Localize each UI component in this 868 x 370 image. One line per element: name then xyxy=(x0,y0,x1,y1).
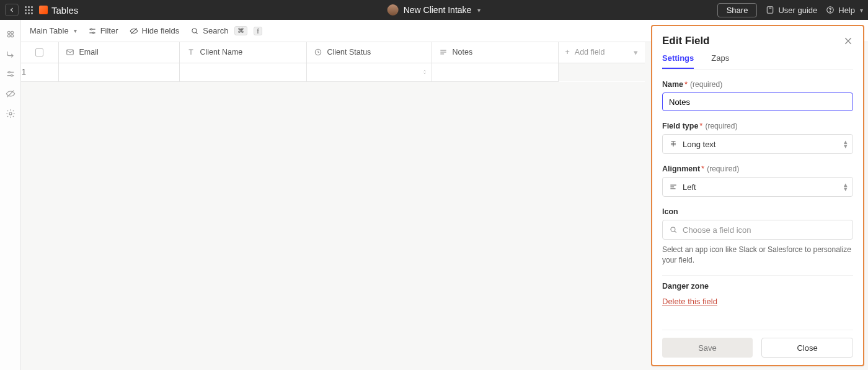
hide-fields-label: Hide fields xyxy=(142,26,180,35)
select-icon xyxy=(314,48,322,56)
long-text-icon xyxy=(439,48,448,56)
column-header-client-status[interactable]: Client Status xyxy=(306,42,432,63)
user-guide-link[interactable]: User guide xyxy=(766,6,817,15)
rail-item-settings[interactable] xyxy=(5,108,16,119)
separator xyxy=(662,275,853,276)
icon-placeholder: Choose a field icon xyxy=(683,225,751,235)
close-panel-button[interactable] xyxy=(843,36,853,46)
edit-field-panel: Edit Field Settings Zaps Name*(required)… xyxy=(651,25,864,366)
kbd-cmd: ⌘ xyxy=(234,26,247,35)
help-link[interactable]: Help ▾ xyxy=(826,6,863,15)
column-header-client-name[interactable]: Client Name xyxy=(179,42,306,63)
rail-item-flow[interactable] xyxy=(5,48,16,60)
search-icon xyxy=(190,27,199,35)
icon-search-input[interactable]: Choose a field icon xyxy=(662,220,853,240)
add-field-label: Add field xyxy=(575,48,605,56)
sliders-icon xyxy=(6,69,16,79)
plus-icon: + xyxy=(565,48,570,56)
svg-line-34 xyxy=(675,231,676,233)
table-row[interactable]: 1 xyxy=(21,63,645,81)
updown-icon: ▴▾ xyxy=(844,140,848,148)
fieldtype-label: Field type xyxy=(662,122,698,130)
help-label: Help xyxy=(838,6,855,15)
name-input[interactable] xyxy=(662,92,853,111)
column-label: Notes xyxy=(453,48,473,56)
book-icon xyxy=(766,6,774,14)
fieldtype-value: Long text xyxy=(683,140,716,149)
close-button[interactable]: Close xyxy=(761,338,853,358)
filter-icon xyxy=(88,27,97,35)
rail-item-sliders[interactable] xyxy=(5,68,16,79)
gear-icon xyxy=(6,109,16,119)
svg-point-16 xyxy=(91,28,92,29)
save-button[interactable]: Save xyxy=(662,338,753,358)
required-word: (required) xyxy=(705,122,737,130)
name-label: Name xyxy=(662,80,683,89)
column-label: Client Status xyxy=(327,48,371,56)
cell-client-status[interactable] xyxy=(306,63,432,81)
email-icon xyxy=(66,48,74,56)
share-button[interactable]: Share xyxy=(717,3,758,17)
fieldtype-select[interactable]: Long text ▴▾ xyxy=(662,134,853,154)
kbd-f: f xyxy=(254,27,262,35)
chevron-down-icon: ▾ xyxy=(860,7,863,14)
row-index: 1 xyxy=(21,63,58,81)
cell-client-name[interactable] xyxy=(179,63,306,81)
text-icon xyxy=(187,48,195,56)
svg-point-11 xyxy=(11,74,12,76)
header-checkbox-cell[interactable] xyxy=(21,42,58,63)
column-label: Client Name xyxy=(200,48,243,56)
topbar: Tables New Client Intake ▾ Share User gu… xyxy=(0,0,868,20)
eye-off-icon xyxy=(6,89,16,99)
cell-notes[interactable] xyxy=(432,63,558,81)
search-label: Search xyxy=(203,26,228,35)
panel-title: Edit Field xyxy=(662,35,710,47)
column-header-email[interactable]: Email xyxy=(58,42,179,63)
hide-fields-button[interactable]: Hide fields xyxy=(130,26,180,35)
required-star: * xyxy=(699,121,702,130)
app-logo[interactable]: Tables xyxy=(39,5,78,16)
view-name: Main Table xyxy=(30,26,69,35)
app-switcher-button[interactable] xyxy=(25,6,33,14)
help-icon xyxy=(826,6,835,14)
cell-email[interactable] xyxy=(58,63,179,81)
alignment-select[interactable]: Left ▴▾ xyxy=(662,177,853,197)
checkbox-icon xyxy=(35,48,43,56)
required-word: (required) xyxy=(707,165,739,173)
filter-label: Filter xyxy=(100,26,118,35)
svg-point-13 xyxy=(9,112,12,115)
branch-icon xyxy=(6,49,16,59)
filter-button[interactable]: Filter xyxy=(88,26,118,35)
delete-field-link[interactable]: Delete this field xyxy=(662,297,717,306)
doc-avatar xyxy=(388,4,399,16)
grid-icon xyxy=(25,6,33,14)
danger-zone-title: Danger zone xyxy=(662,282,853,291)
tab-settings[interactable]: Settings xyxy=(662,53,694,69)
alignment-label: Alignment xyxy=(662,165,700,173)
rail-item-hidden[interactable] xyxy=(5,88,16,99)
chevron-down-icon: ▾ xyxy=(634,48,638,57)
column-header-notes[interactable]: Notes xyxy=(432,42,558,63)
required-word: (required) xyxy=(690,80,722,89)
tab-zaps[interactable]: Zaps xyxy=(711,53,729,69)
side-rail xyxy=(0,20,21,370)
back-button[interactable] xyxy=(5,4,19,16)
svg-point-7 xyxy=(11,35,13,37)
chevron-down-icon[interactable]: ▾ xyxy=(477,7,480,14)
svg-point-19 xyxy=(192,28,197,32)
alignment-value: Left xyxy=(683,183,696,192)
svg-point-17 xyxy=(92,32,94,33)
column-label: Email xyxy=(79,48,99,56)
add-field-button[interactable]: + Add field ▾ xyxy=(558,42,645,63)
search-button[interactable]: Search ⌘ f xyxy=(190,26,262,35)
svg-point-33 xyxy=(671,227,675,232)
doc-title[interactable]: New Client Intake xyxy=(404,5,472,15)
icon-label: Icon xyxy=(662,207,678,216)
svg-point-3 xyxy=(830,11,831,12)
required-star: * xyxy=(684,79,688,89)
data-table: Email Client Name xyxy=(21,42,645,82)
view-selector[interactable]: Main Table ▾ xyxy=(30,26,77,35)
required-star: * xyxy=(701,164,704,173)
rail-item-records[interactable] xyxy=(5,29,16,40)
app-title: Tables xyxy=(51,5,78,16)
